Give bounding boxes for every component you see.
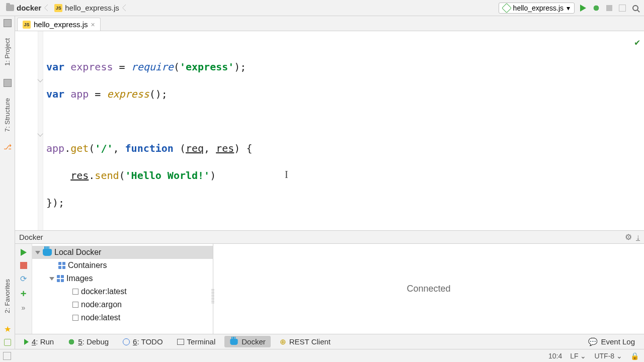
breadcrumb-file[interactable]: JS hello_express.js (51, 4, 124, 12)
containers-icon (58, 262, 65, 269)
search-button[interactable] (631, 4, 640, 13)
tab-rest-client[interactable]: ⊕ REST Client (275, 336, 336, 348)
containers-label: Containers (68, 261, 107, 270)
top-toolbar: docker JS hello_express.js hello_express… (0, 0, 644, 16)
tab-event-log[interactable]: 💬 Event Log (583, 336, 640, 348)
structure-tool-icon[interactable] (4, 79, 12, 87)
layout-button[interactable] (618, 4, 627, 13)
docker-details-pane: Connected (213, 244, 644, 334)
breadcrumb-project-label: docker (17, 4, 41, 12)
project-tool-label[interactable]: 1: Project (4, 38, 11, 66)
docker-refresh-button[interactable]: ⟳ (20, 274, 27, 284)
bug-icon (68, 338, 75, 345)
bottom-tool-tabs: 4: Run 5: Debug 6: TODO Terminal Docker … (15, 334, 644, 349)
download-icon[interactable]: ↓ (636, 233, 640, 242)
status-indicator[interactable] (3, 352, 11, 360)
gear-icon[interactable]: ⚙ (625, 232, 632, 242)
image-label: docker:latest (81, 287, 127, 296)
star-icon: ★ (4, 324, 11, 334)
todo-icon (123, 338, 130, 345)
tab-debug[interactable]: 5: Debug (63, 336, 114, 347)
images-row[interactable]: Images (32, 272, 213, 285)
terminal-icon (177, 339, 184, 345)
resize-handle[interactable] (211, 289, 214, 304)
editor-tab-label: hello_express.js (34, 20, 88, 29)
text-cursor-icon: I (285, 168, 288, 182)
image-row[interactable]: node:argon (32, 298, 213, 311)
tab-docker[interactable]: Docker (224, 336, 271, 347)
run-config-label: hello_express.js (513, 4, 564, 12)
structure-tool-label[interactable]: 7: Structure (4, 98, 11, 132)
code-area[interactable]: ✔ var express = require('express'); var … (43, 31, 644, 230)
project-tool-icon[interactable] (4, 19, 12, 27)
debug-button[interactable] (592, 4, 601, 13)
lock-icon[interactable]: 🔒 (630, 352, 639, 360)
image-label: node:latest (81, 313, 120, 322)
left-tool-stripe: 1: Project 7: Structure ⎇ 2: Favorites ★ (0, 16, 15, 349)
stop-icon (606, 5, 612, 11)
image-label: node:argon (81, 300, 122, 309)
docker-add-button[interactable]: + (21, 289, 27, 299)
stop-button[interactable] (605, 4, 614, 13)
code-line: res.send('Hello World!') (46, 169, 644, 183)
play-icon (24, 339, 29, 345)
code-line (46, 115, 644, 128)
docker-connection-label: Local Docker (54, 248, 101, 257)
close-icon[interactable]: × (91, 21, 95, 29)
run-config-selector[interactable]: hello_express.js ▾ (499, 3, 575, 14)
image-row[interactable]: node:latest (32, 311, 213, 324)
containers-row[interactable]: Containers (32, 259, 213, 272)
editor[interactable]: ✔ var express = require('express'); var … (15, 31, 644, 230)
images-label: Images (66, 274, 93, 283)
tab-todo[interactable]: 6: TODO (118, 336, 168, 347)
js-file-icon: JS (54, 4, 62, 12)
tab-terminal[interactable]: Terminal (172, 336, 221, 347)
search-icon (632, 5, 638, 11)
breadcrumb-project[interactable]: docker (3, 4, 46, 12)
docker-connection-row[interactable]: Local Docker (32, 246, 213, 259)
gutter (15, 31, 43, 230)
image-checkbox[interactable] (72, 315, 78, 321)
docker-status-text: Connected (407, 284, 450, 294)
event-log-icon: 💬 (588, 337, 598, 346)
breadcrumb-file-label: hello_express.js (65, 4, 119, 12)
images-icon (57, 275, 64, 282)
editor-tab-row: JS hello_express.js × (0, 16, 644, 31)
code-line: var app = express(); (46, 87, 644, 101)
docker-icon (43, 249, 52, 256)
docker-side-toolbar: ⟳ + » (15, 244, 32, 334)
run-button[interactable] (579, 4, 588, 13)
image-row[interactable]: docker:latest (32, 285, 213, 298)
docker-run-button[interactable] (19, 248, 28, 257)
build-icon[interactable] (4, 339, 11, 346)
line-separator[interactable]: LF ⌄ (570, 352, 586, 360)
editor-tab[interactable]: JS hello_express.js × (17, 18, 101, 31)
code-line: var express = require('express'); (46, 60, 644, 74)
tab-run[interactable]: 4: Run (19, 336, 59, 347)
expand-icon[interactable] (49, 277, 54, 281)
status-bar: 10:4 LF ⌄ UTF-8 ⌄ 🔒 (0, 349, 644, 362)
image-checkbox[interactable] (72, 289, 78, 295)
favorites-tool-label[interactable]: 2: Favorites (4, 279, 11, 313)
inspection-ok-icon: ✔ (634, 35, 640, 49)
bug-icon (593, 5, 600, 12)
more-icon[interactable]: » (22, 304, 26, 312)
branch-icon: ⎇ (4, 143, 12, 151)
breadcrumbs: docker JS hello_express.js (0, 4, 499, 12)
encoding[interactable]: UTF-8 ⌄ (594, 352, 622, 360)
image-checkbox[interactable] (72, 302, 78, 308)
code-line: app.get('/', function (req, res) { (46, 142, 644, 155)
layout-icon (619, 5, 626, 12)
docker-stop-button[interactable] (20, 262, 27, 269)
folder-icon (6, 5, 14, 11)
caret-position[interactable]: 10:4 (548, 352, 562, 360)
docker-tree[interactable]: Local Docker Containers Images docker:la… (32, 244, 213, 334)
play-icon (21, 249, 27, 256)
docker-tool-window: Docker ⚙ ↓ ⟳ + » Local Docker Containers (15, 230, 644, 334)
js-file-icon: JS (23, 21, 31, 29)
node-icon (502, 3, 512, 13)
docker-panel-header[interactable]: Docker ⚙ ↓ (15, 231, 644, 244)
docker-icon (230, 339, 238, 345)
expand-icon[interactable] (35, 251, 40, 254)
top-actions: hello_express.js ▾ (499, 3, 644, 14)
